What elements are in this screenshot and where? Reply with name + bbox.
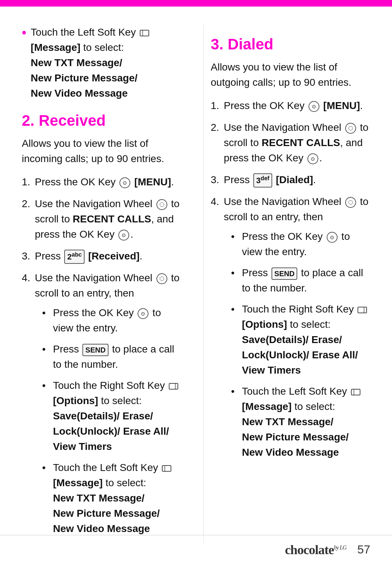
- step-num: 3.: [22, 249, 30, 264]
- page-footer: chocolateby LG 57: [0, 535, 392, 564]
- bullet-dot: •: [22, 25, 26, 40]
- bullet3-4-1: Press the OK Key ⊙ to view the entry.: [231, 229, 371, 259]
- brand-suffix: by LG: [334, 544, 347, 551]
- svg-rect-6: [358, 307, 367, 313]
- step2-1-text: Press the OK Key ⊙ [MENU].: [35, 176, 174, 188]
- section3-heading: 3. Dialed: [211, 36, 371, 53]
- top-bullet-text: Touch the Left Soft Key [Message] to sel…: [31, 25, 181, 101]
- key-2abc: 2abc: [64, 250, 85, 264]
- bullet3-4-4: Touch the Left Soft Key [Message] to sel…: [231, 384, 371, 460]
- step-num: 2.: [211, 120, 219, 135]
- step-num: 1.: [211, 98, 219, 113]
- top-intro-bullet: • Touch the Left Soft Key [Message] to s…: [22, 25, 181, 101]
- left-soft-key-icon3: [351, 388, 360, 396]
- step2-4-bullets: Press the OK Key ⊙ to view the entry. Pr…: [42, 305, 181, 536]
- ok-key-icon5: ⊙: [307, 153, 318, 164]
- top-bullet-bracket: [Message]: [31, 42, 81, 53]
- left-soft-key-icon: [140, 29, 149, 37]
- send-key-icon2: SEND: [271, 267, 298, 280]
- section3-steps: 1. Press the OK Key ⊙ [MENU]. 2. Use the…: [211, 98, 371, 460]
- svg-rect-8: [351, 389, 360, 395]
- step3-3: 3. Press 3def [Dialed].: [211, 172, 371, 188]
- step2-3: 3. Press 2abc [Received].: [22, 249, 181, 264]
- bullet2-4-1: Press the OK Key ⊙ to view the entry.: [42, 305, 181, 336]
- step-num: 4.: [211, 194, 219, 209]
- svg-rect-2: [169, 383, 178, 389]
- section3-intro: Allows you to view the list of outgoing …: [211, 60, 371, 90]
- bullet2-4-3: Touch the Right Soft Key [Options] to se…: [42, 378, 181, 454]
- step2-4: 4. Use the Navigation Wheel to scroll to…: [22, 270, 181, 536]
- step2-1: 1. Press the OK Key ⊙ [MENU].: [22, 174, 181, 190]
- step-num: 4.: [22, 270, 30, 286]
- bullet3-4-2: Press SEND to place a call to the number…: [231, 265, 371, 296]
- ok-key-icon6: ⊙: [327, 232, 338, 243]
- bullet3-4-3: Touch the Right Soft Key [Options] to se…: [231, 302, 371, 378]
- section2-intro: Allows you to view the list of incoming …: [22, 136, 181, 166]
- page-number: 57: [357, 543, 370, 556]
- nav-wheel-icon2: [156, 273, 167, 284]
- key-3def: 3def: [253, 173, 272, 188]
- step2-4-text: Use the Navigation Wheel to scroll to an…: [35, 272, 180, 299]
- right-soft-key-icon: [169, 382, 178, 390]
- step3-4-bullets: Press the OK Key ⊙ to view the entry. Pr…: [231, 229, 371, 460]
- section2-heading: 2. Received: [22, 112, 181, 129]
- ok-key-icon: ⊙: [119, 177, 130, 188]
- step-num: 3.: [211, 172, 219, 188]
- section2-steps: 1. Press the OK Key ⊙ [MENU]. 2. Use the…: [22, 174, 181, 536]
- ok-key-icon2: ⊙: [118, 230, 129, 241]
- bullet2-4-4: Touch the Left Soft Key [Message] to sel…: [42, 460, 181, 536]
- ok-key-icon3: ⊙: [138, 308, 148, 319]
- nav-wheel-icon3: [345, 123, 356, 134]
- step2-2-text: Use the Navigation Wheel to scroll to RE…: [35, 198, 180, 240]
- right-column: 3. Dialed Allows you to view the list of…: [203, 25, 371, 543]
- brand-logo: chocolateby LG: [285, 542, 347, 557]
- top-bar: [0, 0, 392, 7]
- top-bullet-bold-lines: New TXT Message/New Picture Message/New …: [31, 57, 138, 99]
- send-key-icon: SEND: [82, 344, 109, 356]
- right-soft-key-icon2: [358, 306, 367, 314]
- svg-rect-4: [162, 466, 171, 471]
- step-num: 1.: [22, 174, 30, 190]
- step3-4: 4. Use the Navigation Wheel to scroll to…: [211, 194, 371, 460]
- bullet2-4-2: Press SEND to place a call to the number…: [42, 342, 181, 372]
- nav-wheel-icon: [156, 199, 167, 210]
- step-num: 2.: [22, 196, 30, 212]
- step3-3-text: Press 3def [Dialed].: [224, 174, 316, 185]
- step3-1-text: Press the OK Key ⊙ [MENU].: [224, 100, 363, 111]
- left-soft-key-icon2: [162, 464, 171, 472]
- ok-key-icon4: ⊙: [309, 101, 319, 112]
- step3-1: 1. Press the OK Key ⊙ [MENU].: [211, 98, 371, 113]
- step3-2-text: Use the Navigation Wheel to scroll to RE…: [224, 122, 369, 164]
- svg-rect-0: [140, 30, 149, 36]
- step3-4-text: Use the Navigation Wheel to scroll to an…: [224, 196, 369, 222]
- step2-2: 2. Use the Navigation Wheel to scroll to…: [22, 196, 181, 242]
- step3-2: 2. Use the Navigation Wheel to scroll to…: [211, 120, 371, 166]
- step2-3-text: Press 2abc [Received].: [35, 250, 142, 262]
- left-column: • Touch the Left Soft Key [Message] to s…: [22, 25, 189, 543]
- nav-wheel-icon4: [345, 197, 356, 208]
